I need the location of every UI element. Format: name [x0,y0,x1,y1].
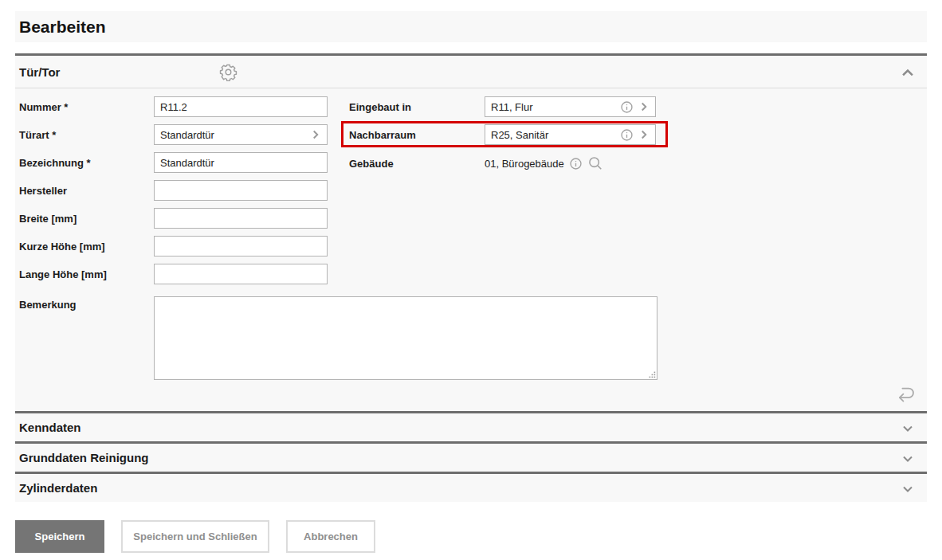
chevron-down-icon[interactable] [900,421,916,437]
tuerart-value: Standardtür [160,129,305,141]
chevron-right-icon[interactable] [637,100,651,114]
info-icon[interactable] [620,128,634,142]
save-and-close-button[interactable]: Speichern und Schließen [121,520,269,553]
page-title: Bearbeiten [19,18,106,37]
gebaeude-value: 01, Bürogebäude [485,158,564,170]
lange-hoehe-input[interactable] [154,264,328,284]
gear-icon[interactable] [219,63,237,81]
field-row-nummer: Nummer * [19,96,343,117]
hersteller-input[interactable] [154,180,328,201]
section-tuertor-label: Tür/Tor [19,65,60,79]
section-kenndaten-label: Kenndaten [19,421,81,434]
breite-input[interactable] [154,208,328,229]
info-icon[interactable] [620,100,634,114]
bezeichnung-input[interactable] [154,152,328,173]
section-tuertor-header[interactable]: Tür/Tor [15,56,927,88]
field-row-nachbarraum: Nachbarraum R25, Sanitär [349,124,671,145]
kurze-hoehe-input[interactable] [154,236,328,257]
chevron-down-icon[interactable] [900,481,916,497]
tuerart-label: Türart * [19,129,154,141]
chevron-right-icon[interactable] [637,127,651,142]
nummer-input[interactable] [154,96,328,117]
cancel-button[interactable]: Abbrechen [286,520,375,553]
accordion: Tür/Tor Nummer * [15,53,927,502]
breite-label: Breite [mm] [19,213,154,225]
eingebaut-in-picker[interactable]: R11, Flur [485,96,656,117]
action-bar: Speichern Speichern und Schließen Abbrec… [15,520,375,553]
tuertor-form: Nummer * Türart * Standardtür Bezeichnun… [15,88,927,411]
nachbarraum-label: Nachbarraum [349,129,485,141]
lange-hoehe-label: Lange Höhe [mm] [19,268,154,280]
section-zylinderdaten-label: Zylinderdaten [19,481,97,495]
gebaeude-label: Gebäude [349,158,485,170]
nachbarraum-picker[interactable]: R25, Sanitär [485,124,656,145]
section-zylinderdaten[interactable]: Zylinderdaten [15,472,927,502]
eingebaut-in-value: R11, Flur [491,101,617,113]
chevron-down-icon[interactable] [900,451,916,467]
field-row-kurze-hoehe: Kurze Höhe [mm] [19,236,343,257]
undo-return-icon[interactable] [894,384,916,405]
field-row-bezeichnung: Bezeichnung * [19,152,343,173]
field-row-hersteller: Hersteller [19,180,343,201]
section-kenndaten[interactable]: Kenndaten [15,411,927,441]
section-grunddaten-reinigung[interactable]: Grunddaten Reinigung [15,441,927,472]
bemerkung-label: Bemerkung [19,299,77,311]
save-button[interactable]: Speichern [15,520,104,553]
edit-page: Bearbeiten Tür/Tor [0,0,942,560]
gebaeude-value-group: 01, Bürogebäude [485,155,603,171]
chevron-right-icon[interactable] [308,127,323,142]
kurze-hoehe-label: Kurze Höhe [mm] [19,241,154,253]
resize-handle-icon[interactable] [648,370,656,378]
field-row-tuerart: Türart * Standardtür [19,124,343,145]
field-row-breite: Breite [mm] [19,208,343,229]
eingebaut-in-label: Eingebaut in [349,101,485,113]
page-title-bar: Bearbeiten [15,11,927,42]
field-row-lange-hoehe: Lange Höhe [mm] [19,264,343,284]
section-grunddaten-reinigung-label: Grunddaten Reinigung [19,451,149,464]
info-icon[interactable] [569,157,583,170]
field-row-gebaeude: Gebäude 01, Bürogebäude [349,153,671,174]
bemerkung-textarea[interactable] [154,296,657,380]
nummer-label: Nummer * [19,101,154,113]
chevron-up-icon[interactable] [900,65,916,80]
section-tuertor: Tür/Tor Nummer * [15,53,927,411]
search-icon[interactable] [587,155,603,171]
bezeichnung-label: Bezeichnung * [19,157,154,169]
field-row-eingebaut-in: Eingebaut in R11, Flur [349,96,671,117]
nachbarraum-value: R25, Sanitär [491,129,617,141]
hersteller-label: Hersteller [19,185,154,197]
tuerart-picker[interactable]: Standardtür [154,124,328,145]
